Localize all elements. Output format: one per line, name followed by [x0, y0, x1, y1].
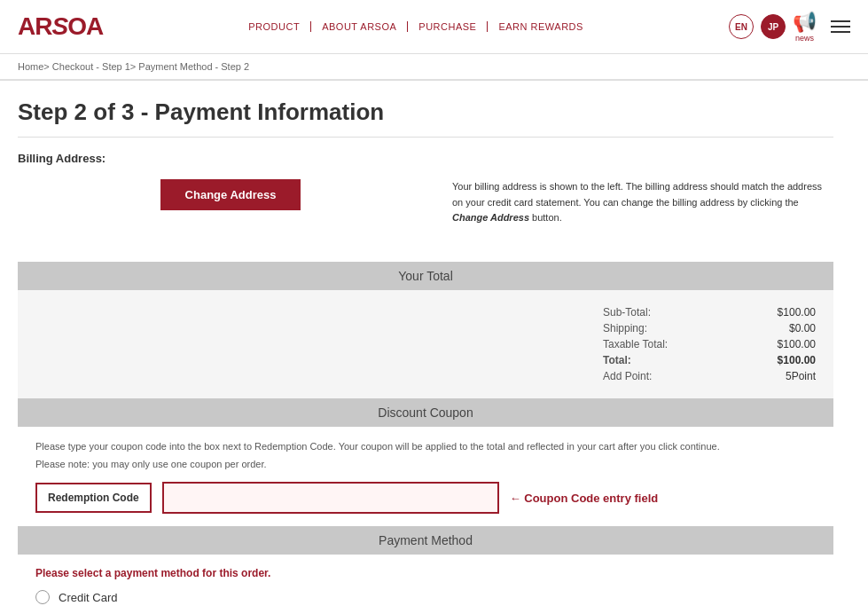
lang-en-button[interactable]: EN	[729, 14, 754, 39]
breadcrumb: Home> Checkout - Step 1> Payment Method …	[0, 54, 868, 80]
subtotal-label: Sub-Total:	[603, 306, 651, 319]
billing-address-label: Billing Address:	[18, 152, 833, 165]
shipping-row: Shipping: $0.00	[603, 320, 816, 336]
hamburger-menu-button[interactable]	[831, 20, 850, 33]
redemption-code-label: Redemption Code	[35, 483, 152, 513]
main-nav: PRODUCT ABOUT ARSOA PURCHASE EARN REWARD…	[238, 21, 594, 32]
main-content: Step 2 of 3 - Payment Information Billin…	[0, 81, 851, 606]
discount-coupon-header: Discount Coupon	[18, 398, 833, 427]
credit-card-label: Credit Card	[59, 591, 117, 604]
menu-line-1	[831, 20, 850, 22]
coupon-code-input[interactable]	[162, 482, 499, 514]
lang-jp-button[interactable]: JP	[761, 14, 786, 39]
nav-product[interactable]: PRODUCT	[238, 21, 311, 32]
nav-earn-rewards[interactable]: EARN REWARDS	[488, 21, 593, 32]
logo: ARSOA	[18, 12, 103, 41]
taxable-total-row: Taxable Total: $100.00	[603, 336, 816, 352]
billing-left: Change Address	[18, 179, 443, 210]
shipping-value: $0.00	[789, 322, 816, 334]
credit-card-radio[interactable]	[35, 590, 50, 604]
total-table: Sub-Total: $100.00 Shipping: $0.00 Taxab…	[603, 304, 816, 384]
add-point-row: Add Point: 5Point	[603, 368, 816, 384]
payment-instruction: Please select a payment method for this …	[35, 567, 816, 579]
billing-address-section: Change Address Your billing address is s…	[18, 179, 833, 244]
billing-note-link: Change Address	[452, 212, 529, 223]
coupon-section: Please type your coupon code into the bo…	[18, 427, 833, 527]
coupon-description: Please type your coupon code into the bo…	[35, 439, 816, 454]
add-point-value: 5Point	[786, 370, 816, 382]
menu-line-3	[831, 31, 850, 33]
add-point-label: Add Point:	[603, 370, 652, 382]
payment-section: Please select a payment method for this …	[18, 555, 833, 606]
subtotal-value: $100.00	[778, 306, 816, 319]
total-label: Total:	[603, 354, 631, 366]
coupon-arrow-label: ← Coupon Code entry field	[510, 492, 659, 505]
news-label: news	[795, 34, 814, 43]
nav-about[interactable]: ABOUT ARSOA	[311, 21, 408, 32]
shipping-label: Shipping:	[603, 322, 647, 334]
total-value: $100.00	[778, 354, 816, 366]
billing-note: Your billing address is shown to the lef…	[443, 179, 833, 226]
billing-note-text: Your billing address is shown to the lef…	[452, 181, 822, 208]
change-address-button[interactable]: Change Address	[160, 179, 301, 210]
taxable-total-value: $100.00	[778, 338, 816, 350]
coupon-input-row: Redemption Code ← Coupon Code entry fiel…	[35, 482, 816, 514]
taxable-total-label: Taxable Total:	[603, 338, 668, 350]
news-icon[interactable]: 📢 news	[793, 11, 817, 43]
credit-card-option[interactable]: Credit Card	[35, 590, 816, 604]
coupon-note: Please note: you may only use one coupon…	[35, 459, 816, 469]
payment-method-header: Payment Method	[18, 526, 833, 555]
billing-note-end: button.	[529, 212, 562, 223]
subtotal-row: Sub-Total: $100.00	[603, 304, 816, 320]
header-right: EN JP 📢 news	[729, 11, 850, 43]
total-section: Sub-Total: $100.00 Shipping: $0.00 Taxab…	[18, 290, 833, 398]
menu-line-2	[831, 26, 850, 28]
total-row: Total: $100.00	[603, 352, 816, 368]
page-title: Step 2 of 3 - Payment Information	[18, 98, 833, 138]
header: ARSOA PRODUCT ABOUT ARSOA PURCHASE EARN …	[0, 0, 868, 54]
megaphone-icon: 📢	[793, 11, 817, 34]
your-total-header: Your Total	[18, 262, 833, 290]
nav-purchase[interactable]: PURCHASE	[408, 21, 488, 32]
